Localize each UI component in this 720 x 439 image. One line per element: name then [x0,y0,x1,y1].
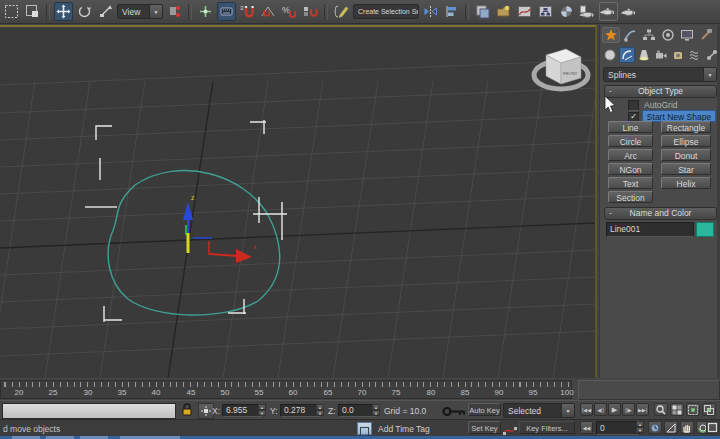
frame-spinner[interactable]: ▲ ▼ [636,421,644,434]
tab-hierarchy[interactable] [640,27,658,43]
timeline-tick-label: 100 [560,388,573,397]
layer-manager-icon[interactable] [473,2,492,21]
shape-button-arc[interactable]: Arc [608,149,653,161]
x-coordinate-spinner[interactable]: ▲ ▼ [258,404,266,417]
rendered-frame-window-icon[interactable] [599,2,618,21]
mirror-icon[interactable] [421,2,440,21]
chevron-down-icon[interactable]: ▼ [561,404,574,417]
spinner-snap-toggle-icon[interactable] [301,2,320,21]
tab-motion[interactable] [659,27,677,43]
z-coordinate-spinner[interactable]: ▲ ▼ [372,404,380,417]
shape-button-rectangle[interactable]: Rectangle [661,121,711,133]
select-and-rotate-icon[interactable] [75,2,94,21]
y-coordinate-spinner[interactable]: ▲ ▼ [316,404,324,417]
go-to-start-button[interactable]: |◀◀ [580,403,593,416]
category-shapes-icon[interactable] [619,47,635,63]
previous-frame-button[interactable]: ◀|| [594,403,607,416]
shape-button-donut[interactable]: Donut [661,149,711,161]
add-time-tag-icon[interactable] [357,422,372,435]
schematic-view-icon[interactable] [536,2,555,21]
key-mode-toggle-button[interactable]: ◀◀ [580,421,593,434]
shape-button-helix[interactable]: Helix [661,177,711,189]
chevron-down-icon[interactable]: ▼ [703,68,716,81]
perspective-viewport[interactable]: z x FRONT [0,25,597,378]
viewcube[interactable]: FRONT [534,49,588,89]
splines-category-dropdown[interactable]: Splines ▼ [603,67,717,82]
spinner-down-icon[interactable]: ▼ [258,410,266,416]
category-helpers-icon[interactable] [670,47,686,63]
angle-snap-toggle-icon[interactable] [259,2,278,21]
zoom-icon[interactable] [654,403,668,416]
category-lights-icon[interactable] [636,47,652,63]
object-color-swatch[interactable] [696,222,714,237]
rectangular-selection-region-icon[interactable] [2,2,21,21]
autogrid-checkbox[interactable] [628,100,639,111]
name-and-color-rollout-header[interactable]: - Name and Color [604,207,717,220]
auto-key-button[interactable]: Auto Key [468,403,501,416]
shape-button-text[interactable]: Text [608,177,653,189]
select-and-scale-icon[interactable] [96,2,115,21]
zoom-extents-all-icon[interactable] [702,403,716,416]
tab-utilities[interactable] [697,27,715,43]
track-bar-end-panel [578,380,720,400]
window-crossing-toggle-icon[interactable] [23,2,42,21]
svg-text:3: 3 [240,5,244,11]
timeline-tick-label: 75 [392,388,401,397]
category-cameras-icon[interactable] [653,47,669,63]
spinner-down-icon[interactable]: ▼ [636,427,644,433]
keyboard-shortcut-override-icon[interactable] [217,2,236,21]
time-configuration-icon[interactable] [648,421,662,434]
render-setup-icon[interactable] [578,2,597,21]
material-editor-icon[interactable] [557,2,576,21]
key-selection-dropdown[interactable]: Selected ▼ [503,403,575,418]
tab-create[interactable] [602,27,620,43]
shape-button-circle[interactable]: Circle [608,135,653,147]
object-name-field[interactable]: Line001 [606,222,694,237]
timeline-tick-label: 45 [187,388,196,397]
spinner-down-icon[interactable]: ▼ [316,410,324,416]
timeline-tick-label: 25 [49,388,58,397]
add-time-tag-label[interactable]: Add Time Tag [378,424,430,434]
play-button[interactable]: ▶ [608,403,621,416]
field-of-view-icon[interactable] [664,421,678,434]
object-type-rollout-header[interactable]: - Object Type [604,85,717,98]
category-geometry-icon[interactable] [602,47,618,63]
shape-button-ellipse[interactable]: Ellipse [661,135,711,147]
select-and-move-icon[interactable] [54,2,73,21]
reference-coordinate-system-dropdown[interactable]: View ▼ [117,4,163,19]
shape-button-section[interactable]: Section [608,191,653,203]
tab-display[interactable] [678,27,696,43]
shape-button-ngon[interactable]: NGon [608,163,653,175]
timeline-tick-label: 35 [118,388,127,397]
percent-snap-toggle-icon[interactable]: % [280,2,299,21]
chevron-down-icon[interactable]: ▼ [149,5,162,18]
tab-modify[interactable] [621,27,639,43]
toggle-layer-explorer-icon[interactable] [494,2,513,21]
go-to-end-button[interactable]: ▶▶| [636,403,649,416]
pan-hand-icon[interactable] [680,421,694,434]
edit-named-selection-sets-icon[interactable] [332,2,351,21]
spinner-down-icon[interactable]: ▼ [372,410,380,416]
toolbar-separator [324,4,328,20]
key-filters-button[interactable]: Key Filters... [519,421,575,434]
time-slider-track[interactable]: 20 25 30 35 40 45 50 55 60 65 70 75 80 8… [0,380,572,399]
shape-button-star[interactable]: Star [661,163,711,175]
select-and-manipulate-icon[interactable] [196,2,215,21]
maxscript-mini-listener[interactable] [2,403,176,419]
category-space-warps-icon[interactable] [687,47,703,63]
use-pivot-point-center-icon[interactable] [165,2,184,21]
set-key-button[interactable]: Set Key [468,421,501,434]
named-selection-set-dropdown[interactable]: Create Selection Se ▼ [353,4,419,19]
viewport-canvas[interactable]: z x FRONT [0,27,595,378]
shape-button-line[interactable]: Line [608,121,653,133]
current-frame-field[interactable]: 0 [596,421,640,435]
category-systems-icon[interactable] [704,47,720,63]
align-icon[interactable] [442,2,461,21]
maximize-viewport-toggle-icon[interactable] [706,421,719,434]
next-frame-button[interactable]: ||▶ [622,403,635,416]
zoom-all-icon[interactable] [670,403,684,416]
snap-toggle-3d-icon[interactable]: 3 [238,2,257,21]
curve-editor-icon[interactable] [515,2,534,21]
render-production-icon[interactable] [620,2,639,21]
zoom-extents-icon[interactable] [686,403,700,416]
